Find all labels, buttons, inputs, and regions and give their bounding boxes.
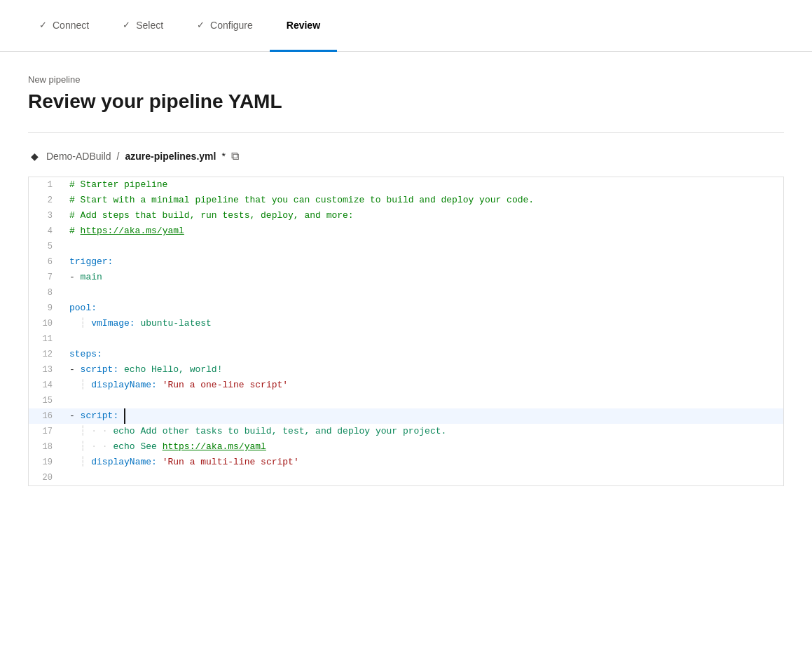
wizard-step-review-label: Review [287,20,320,31]
wizard-step-configure-label: Configure [210,20,253,31]
code-line-16: 16 - script: [29,408,783,424]
link-yaml-1[interactable]: https://aka.ms/yaml [81,226,184,236]
page-content: New pipeline Review your pipeline YAML ◆… [0,52,812,509]
code-line-8: 8 [29,285,783,301]
line-content-18: ┆ · · echo See https://aka.ms/yaml [64,439,783,455]
code-line-5: 5 [29,239,783,254]
line-content-4: # https://aka.ms/yaml [64,223,783,239]
code-line-18: 18 ┆ · · echo See https://aka.ms/yaml [29,439,783,455]
code-line-4: 4 # https://aka.ms/yaml [29,223,783,239]
code-line-2: 2 # Start with a minimal pipeline that y… [29,193,783,208]
code-line-9: 9 pool: [29,301,783,316]
copy-icon[interactable]: ⧉ [231,150,239,163]
code-line-15: 15 [29,393,783,408]
code-line-12: 12 steps: [29,347,783,362]
line-content-14: ┆ displayName: 'Run a one-line script' [64,378,783,393]
repo-name: Demo-ADBuild [46,151,111,162]
code-editor[interactable]: 1 # Starter pipeline 2 # Start with a mi… [28,177,784,486]
line-num-6: 6 [29,254,64,270]
line-num-18: 18 [29,439,64,455]
wizard-step-select[interactable]: ✓ Select [106,0,180,52]
breadcrumb: New pipeline [28,74,784,85]
wizard-step-connect-label: Connect [53,20,89,31]
wizard-step-configure[interactable]: ✓ Configure [180,0,270,52]
line-num-3: 3 [29,208,64,223]
filename: azure-pipelines.yml [125,151,216,162]
line-num-7: 7 [29,270,64,285]
line-content-1: # Starter pipeline [64,177,783,193]
line-num-12: 12 [29,347,64,362]
line-content-10: ┆ vmImage: ubuntu-latest [64,316,783,331]
code-line-3: 3 # Add steps that build, run tests, dep… [29,208,783,223]
code-line-20: 20 [29,470,783,485]
code-line-17: 17 ┆ · · echo Add other tasks to build, … [29,424,783,439]
page-title: Review your pipeline YAML [28,90,784,113]
check-icon-connect: ✓ [39,20,47,30]
line-num-4: 4 [29,223,64,239]
check-icon-select: ✓ [123,20,130,30]
wizard-step-review[interactable]: Review [270,0,337,52]
line-num-10: 10 [29,316,64,331]
line-content-2: # Start with a minimal pipeline that you… [64,193,783,208]
modified-marker: * [221,151,225,162]
check-icon-configure: ✓ [197,20,205,30]
line-content-16: - script: [64,408,783,424]
line-num-1: 1 [29,177,64,193]
line-content-9: pool: [64,301,783,316]
line-content-19: ┆ displayName: 'Run a multi-line script' [64,455,783,470]
wizard-step-connect[interactable]: ✓ Connect [22,0,106,52]
line-num-20: 20 [29,470,64,485]
line-num-8: 8 [29,285,64,301]
file-header: ◆ Demo-ADBuild / azure-pipelines.yml * ⧉ [28,150,784,163]
code-line-7: 7 - main [29,270,783,285]
line-content-13: - script: echo Hello, world! [64,362,783,378]
code-line-19: 19 ┆ displayName: 'Run a multi-line scri… [29,455,783,470]
path-separator: / [117,151,120,162]
code-line-11: 11 [29,331,783,347]
line-content-3: # Add steps that build, run tests, deplo… [64,208,783,223]
line-num-5: 5 [29,239,64,254]
code-line-6: 6 trigger: [29,254,783,270]
code-line-10: 10 ┆ vmImage: ubuntu-latest [29,316,783,331]
line-num-13: 13 [29,362,64,378]
repo-icon: ◆ [28,150,41,163]
line-num-19: 19 [29,455,64,470]
wizard-step-select-label: Select [136,20,163,31]
line-content-17: ┆ · · echo Add other tasks to build, tes… [64,424,783,439]
code-line-1: 1 # Starter pipeline [29,177,783,193]
line-num-9: 9 [29,301,64,316]
line-content-12: steps: [64,347,783,362]
line-num-14: 14 [29,378,64,393]
line-num-17: 17 [29,424,64,439]
line-content-7: - main [64,270,783,285]
wizard-header: ✓ Connect ✓ Select ✓ Configure Review [0,0,812,52]
code-line-13: 13 - script: echo Hello, world! [29,362,783,378]
line-num-16: 16 [29,408,64,424]
code-line-14: 14 ┆ displayName: 'Run a one-line script… [29,378,783,393]
line-num-15: 15 [29,393,64,408]
line-num-11: 11 [29,331,64,347]
divider [28,132,784,133]
line-num-2: 2 [29,193,64,208]
link-yaml-2[interactable]: https://aka.ms/yaml [163,441,266,452]
line-content-6: trigger: [64,254,783,270]
